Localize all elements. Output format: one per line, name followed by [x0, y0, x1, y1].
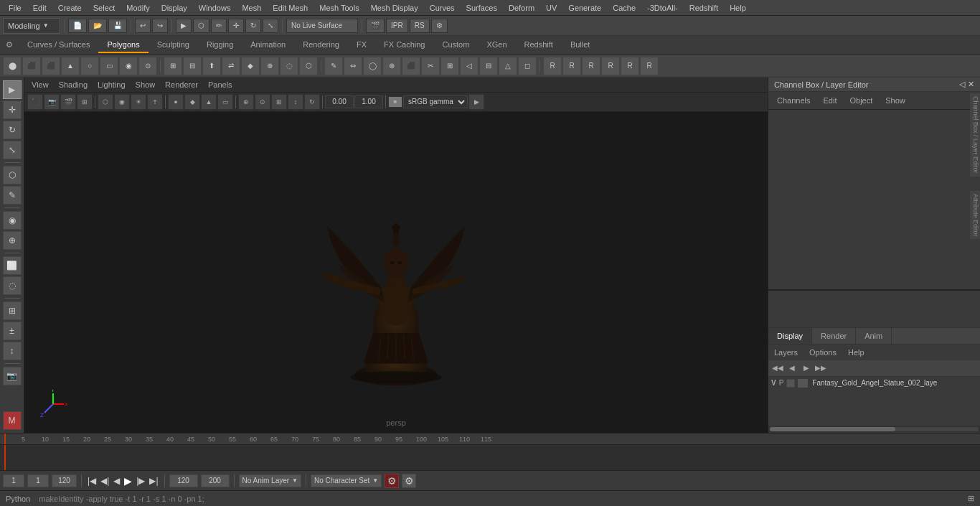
- vp-smooth-shade[interactable]: ◉: [114, 94, 130, 110]
- menu-select[interactable]: Select: [88, 2, 121, 14]
- menu-windows[interactable]: Windows: [193, 2, 237, 14]
- shelf-bevel[interactable]: ◆: [241, 57, 260, 75]
- menu-help[interactable]: Help: [724, 2, 752, 14]
- menu-3dtoall[interactable]: -3DtoAll-: [641, 2, 684, 14]
- vp-film[interactable]: 📷: [44, 94, 60, 110]
- tab-custom[interactable]: Custom: [434, 37, 479, 53]
- viewport-canvas[interactable]: persp X Y Z: [24, 112, 768, 433]
- char-set-dropdown[interactable]: No Character Set ▼: [311, 474, 382, 487]
- undo-btn[interactable]: ↩: [135, 19, 151, 33]
- shelf-crease[interactable]: ◁: [460, 57, 479, 75]
- play-start-btn[interactable]: |◀: [86, 474, 98, 487]
- layer-scroll-thumb[interactable]: [770, 427, 895, 431]
- anim-layer-dropdown[interactable]: No Anim Layer ▼: [239, 474, 302, 487]
- shelf-boolean[interactable]: ⊕: [260, 57, 279, 75]
- redo-btn[interactable]: ↪: [152, 19, 168, 33]
- shelf-rs3[interactable]: R: [582, 57, 600, 75]
- frame-range-display[interactable]: 120: [52, 474, 77, 487]
- move-tool[interactable]: ✛: [3, 100, 22, 119]
- layers-tab-layers[interactable]: Layers: [770, 346, 802, 359]
- menu-display[interactable]: Display: [156, 2, 193, 14]
- play-forward-btn[interactable]: ▶: [123, 474, 133, 488]
- vp-sel-mask2[interactable]: ◆: [184, 94, 200, 110]
- timeline-body[interactable]: [0, 445, 980, 470]
- vp-extra[interactable]: ▶: [468, 94, 484, 110]
- vp-grid[interactable]: ⊞: [77, 94, 93, 110]
- layer-p-indicator[interactable]: P: [779, 379, 784, 387]
- shelf-combine[interactable]: ⊞: [164, 57, 182, 75]
- extra-btn1[interactable]: ⚙: [431, 19, 448, 33]
- vp-snap5[interactable]: ↻: [304, 94, 320, 110]
- status-bar-icon[interactable]: ⊞: [968, 494, 974, 503]
- dra-tab-display[interactable]: Display: [768, 328, 812, 344]
- tab-redshift[interactable]: Redshift: [516, 37, 562, 53]
- menu-file[interactable]: File: [3, 2, 27, 14]
- menu-edit[interactable]: Edit: [27, 2, 52, 14]
- frame-start-input[interactable]: [3, 474, 24, 487]
- plus-minus-tool[interactable]: ±: [3, 322, 22, 340]
- vp-menu-view[interactable]: View: [27, 79, 53, 90]
- settings-icon[interactable]: ⚙: [3, 39, 16, 52]
- sculpt-tool[interactable]: ◌: [3, 276, 22, 295]
- vp-menu-lighting[interactable]: Lighting: [93, 79, 130, 90]
- move-btn[interactable]: ✛: [228, 19, 244, 33]
- tab-fx[interactable]: FX: [348, 37, 375, 53]
- play-back-btn[interactable]: ◀: [112, 474, 121, 487]
- cb-tab-edit[interactable]: Edit: [817, 94, 842, 107]
- tab-rendering[interactable]: Rendering: [294, 37, 348, 53]
- shelf-disk[interactable]: ◉: [119, 57, 138, 75]
- lasso-tool-btn[interactable]: ⬡: [193, 19, 209, 33]
- frame-end-display[interactable]: [169, 474, 198, 487]
- vp-rot-input[interactable]: [325, 95, 354, 108]
- shelf-multi-cut[interactable]: ✂: [421, 57, 440, 75]
- dra-tab-render[interactable]: Render: [812, 328, 856, 344]
- layers-tab-options[interactable]: Options: [805, 346, 841, 359]
- menu-mesh-tools[interactable]: Mesh Tools: [314, 2, 364, 14]
- shelf-rs2[interactable]: R: [562, 57, 581, 75]
- frame-end-value[interactable]: [201, 474, 230, 487]
- paint-tool[interactable]: ✎: [3, 186, 22, 205]
- channel-box-expand[interactable]: ◁: [959, 80, 965, 89]
- paint-select-btn[interactable]: ✏: [211, 19, 227, 33]
- tab-polygons[interactable]: Polygons: [98, 37, 148, 53]
- play-prev-key-btn[interactable]: ◀|: [99, 474, 110, 487]
- shelf-cylinder[interactable]: ⬛: [42, 57, 60, 75]
- shelf-torus[interactable]: ○: [80, 57, 99, 75]
- vp-snap3[interactable]: ⊞: [271, 94, 287, 110]
- shelf-target-weld[interactable]: ⊕: [382, 57, 401, 75]
- grid-tool[interactable]: ⊞: [3, 301, 22, 320]
- vp-snap4[interactable]: ↕: [288, 94, 303, 110]
- menu-create[interactable]: Create: [52, 2, 88, 14]
- menu-cache[interactable]: Cache: [607, 2, 641, 14]
- shelf-cone[interactable]: ▲: [61, 57, 80, 75]
- play-end-btn[interactable]: ▶|: [148, 474, 159, 487]
- shelf-rs4[interactable]: R: [601, 57, 620, 75]
- marquee-tool[interactable]: ⬜: [3, 256, 22, 275]
- shelf-rs5[interactable]: R: [621, 57, 639, 75]
- vp-lit[interactable]: ☀: [131, 94, 146, 110]
- vp-menu-panels[interactable]: Panels: [204, 79, 237, 90]
- menu-surfaces[interactable]: Surfaces: [461, 2, 503, 14]
- layer-v-indicator[interactable]: V: [771, 379, 776, 387]
- tab-sculpting[interactable]: Sculpting: [149, 37, 198, 53]
- shelf-quadrangulate[interactable]: ◻: [518, 57, 537, 75]
- no-live-surface-btn[interactable]: No Live Surface: [286, 19, 358, 33]
- timeline-ruler[interactable]: 5 10 15 20 25 30 35 40 45 50 55 60 65 70…: [0, 434, 980, 445]
- layers-tab-help[interactable]: Help: [844, 346, 869, 359]
- shelf-collapse[interactable]: ⊟: [479, 57, 498, 75]
- dra-tab-anim[interactable]: Anim: [856, 328, 892, 344]
- shelf-rs1[interactable]: R: [543, 57, 562, 75]
- tab-curves-surfaces[interactable]: Curves / Surfaces: [19, 37, 98, 53]
- new-scene-btn[interactable]: 📄: [68, 19, 87, 33]
- play-next-key-btn[interactable]: |▶: [135, 474, 146, 487]
- shelf-extrude[interactable]: ⬆: [202, 57, 221, 75]
- menu-modify[interactable]: Modify: [121, 2, 155, 14]
- select-tool[interactable]: ▶: [3, 80, 22, 99]
- shelf-separate[interactable]: ⊟: [183, 57, 202, 75]
- vp-sel-mask4[interactable]: ▭: [217, 94, 233, 110]
- rotate-tool[interactable]: ↻: [3, 121, 22, 139]
- open-scene-btn[interactable]: 📂: [88, 19, 107, 33]
- tab-xgen[interactable]: XGen: [478, 37, 515, 53]
- edge-label-channel-box[interactable]: Channel Box / Layer Editor: [970, 93, 980, 177]
- layer-color[interactable]: [786, 379, 795, 388]
